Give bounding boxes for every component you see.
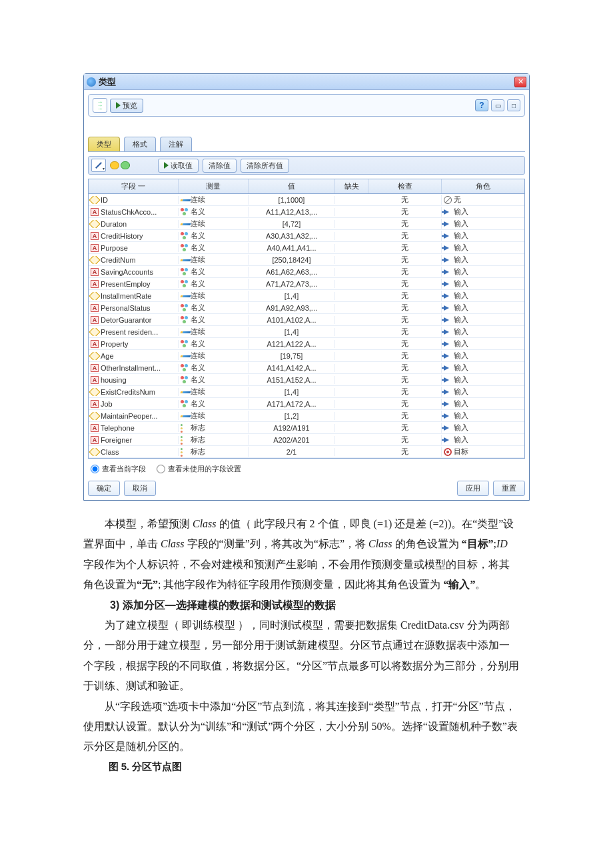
- col-missing[interactable]: 缺失: [335, 179, 368, 193]
- measure-label: 名义: [191, 243, 205, 253]
- check-cell: 无: [368, 279, 442, 289]
- nom-measure-icon: [181, 244, 189, 252]
- measure-label: 名义: [191, 339, 205, 349]
- table-row[interactable]: Class标志2/1无目标: [89, 446, 524, 458]
- radio-current-label: 查看当前字段: [102, 464, 146, 474]
- role-label: 输入: [454, 399, 468, 409]
- reset-button[interactable]: 重置: [493, 481, 525, 496]
- clear-values-button[interactable]: 清除值: [203, 159, 237, 173]
- field-name: Foreigner: [101, 436, 132, 444]
- field-name: CreditNum: [101, 256, 136, 264]
- table-row[interactable]: AJob名义A171,A172,A...无输入: [89, 398, 524, 410]
- value-cell: [1,2]: [249, 412, 335, 420]
- radio-unused[interactable]: 查看未使用的字段设置: [157, 464, 241, 474]
- radio-current-input[interactable]: [91, 465, 99, 473]
- role-label: 输入: [454, 303, 468, 313]
- nominal-type-icon: A: [91, 316, 99, 324]
- preview-button[interactable]: 预览: [110, 99, 143, 113]
- table-row[interactable]: AStatusChkAcco...名义A11,A12,A13,...无输入: [89, 206, 524, 218]
- col-field[interactable]: 字段 一: [89, 179, 179, 193]
- table-row[interactable]: ATelephone标志A192/A191无输入: [89, 422, 524, 434]
- col-value[interactable]: 值: [249, 179, 335, 193]
- check-cell: 无: [368, 399, 442, 409]
- table-row[interactable]: APersonalStatus名义A91,A92,A93,...无输入: [89, 302, 524, 314]
- tab-format[interactable]: 格式: [124, 137, 156, 151]
- role-label: 输入: [454, 363, 468, 373]
- preview-label: 预览: [123, 101, 137, 111]
- role-input-icon: [444, 400, 452, 408]
- fields-grid: 字段 一 测量 值 缺失 检查 角色 ID连续[1,1000]无无AStatus…: [88, 179, 525, 459]
- field-name: Duraton: [101, 220, 127, 228]
- ok-button[interactable]: 确定: [88, 481, 120, 496]
- table-row[interactable]: ADetorGuarantor名义A101,A102,A...无输入: [89, 314, 524, 326]
- role-label: 无: [454, 195, 461, 205]
- stream-icon[interactable]: →→→: [93, 98, 107, 113]
- table-row[interactable]: AOtherInstallment...名义A141,A142,A...无输入: [89, 362, 524, 374]
- view-radios: 查看当前字段 查看未使用的字段设置: [91, 464, 522, 474]
- table-row[interactable]: Present residen...连续[1,4]无输入: [89, 326, 524, 338]
- measure-label: 连续: [191, 411, 205, 421]
- role-input-icon: [444, 436, 452, 444]
- table-row[interactable]: MaintainPeoper...连续[1,2]无输入: [89, 410, 524, 422]
- table-row[interactable]: Age连续[19,75]无输入: [89, 350, 524, 362]
- tab-annotation[interactable]: 注解: [160, 137, 192, 151]
- field-name: housing: [101, 376, 127, 384]
- field-name: Present residen...: [101, 328, 158, 336]
- table-row[interactable]: ID连续[1,1000]无无: [89, 194, 524, 206]
- table-row[interactable]: Ahousing名义A151,A152,A...无输入: [89, 374, 524, 386]
- role-label: 输入: [454, 351, 468, 361]
- table-row[interactable]: APurpose名义A40,A41,A41...无输入: [89, 242, 524, 254]
- read-values-button[interactable]: 读取值: [158, 159, 199, 173]
- measure-label: 标志: [191, 447, 205, 457]
- minimize-button[interactable]: ▭: [491, 99, 504, 111]
- value-cell: [1,1000]: [249, 196, 335, 204]
- radio-unused-input[interactable]: [157, 465, 165, 473]
- continuous-type-icon: [89, 352, 101, 360]
- measure-label: 标志: [191, 435, 205, 445]
- window-title: 类型: [99, 76, 514, 88]
- role-label: 输入: [454, 267, 468, 277]
- help-button[interactable]: ?: [475, 99, 488, 111]
- check-cell: 无: [368, 243, 442, 253]
- table-row[interactable]: InstallmentRate连续[1,4]无输入: [89, 290, 524, 302]
- role-label: 输入: [454, 279, 468, 289]
- value-cell: A71,A72,A73,...: [249, 280, 335, 288]
- continuous-type-icon: [89, 412, 101, 420]
- continuous-type-icon: [89, 328, 101, 336]
- role-label: 输入: [454, 435, 468, 445]
- measure-label: 名义: [191, 279, 205, 289]
- tab-type[interactable]: 类型: [88, 137, 120, 151]
- nominal-type-icon: A: [91, 376, 99, 384]
- cont-measure-icon: [181, 256, 189, 264]
- cont-measure-icon: [181, 292, 189, 300]
- col-check[interactable]: 检查: [368, 179, 442, 193]
- table-row[interactable]: CreditNum连续[250,18424]无输入: [89, 254, 524, 266]
- col-role[interactable]: 角色: [442, 179, 524, 193]
- table-row[interactable]: ASavingAccounts名义A61,A62,A63,...无输入: [89, 266, 524, 278]
- titlebar: 类型 ✕: [84, 74, 529, 90]
- value-cell: A141,A142,A...: [249, 364, 335, 372]
- apply-button[interactable]: 应用: [457, 481, 489, 496]
- maximize-button[interactable]: □: [507, 99, 520, 111]
- radio-current[interactable]: 查看当前字段: [91, 464, 146, 474]
- measure-label: 连续: [191, 351, 205, 361]
- nom-measure-icon: [181, 316, 189, 324]
- mask-tool[interactable]: [110, 161, 130, 169]
- cancel-button[interactable]: 取消: [124, 481, 156, 496]
- table-row[interactable]: ACreditHistory名义A30,A31,A32,...无输入: [89, 230, 524, 242]
- nom-measure-icon: [181, 340, 189, 348]
- table-row[interactable]: ExistCreditsNum连续[1,4]无输入: [89, 386, 524, 398]
- figure-caption: 图 5. 分区节点图: [83, 757, 520, 777]
- table-row[interactable]: APresentEmploy名义A71,A72,A73,...无输入: [89, 278, 524, 290]
- clear-all-button[interactable]: 清除所有值: [241, 159, 289, 173]
- table-row[interactable]: AProperty名义A121,A122,A...无输入: [89, 338, 524, 350]
- value-cell: A151,A152,A...: [249, 376, 335, 384]
- cont-measure-icon: [181, 412, 189, 420]
- wand-tool[interactable]: ▾: [91, 159, 106, 172]
- value-cell: [1,4]: [249, 388, 335, 396]
- col-measure[interactable]: 测量: [179, 179, 249, 193]
- role-label: 目标: [454, 447, 468, 457]
- table-row[interactable]: Duraton连续[4,72]无输入: [89, 218, 524, 230]
- close-icon[interactable]: ✕: [514, 77, 526, 87]
- table-row[interactable]: AForeigner标志A202/A201无输入: [89, 434, 524, 446]
